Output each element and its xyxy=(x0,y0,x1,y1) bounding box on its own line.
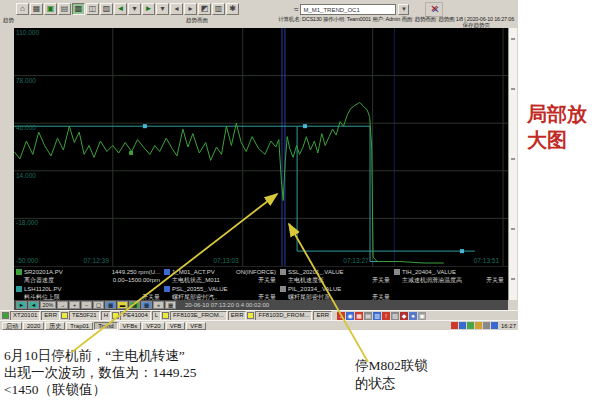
legend-column: 1_M01_ACT.PVON(INFORCE)主电机状态_M011开关量PSL_… xyxy=(164,268,276,301)
alarm-panel-icon[interactable]: ▦ xyxy=(355,312,363,320)
legend-item[interactable]: TIH_20404_.VALUE主减速机润滑油温度高开关量 xyxy=(394,268,504,284)
trend-legend: SR20201A.PV1449.250 rpm(U...离合器速度0.00~15… xyxy=(14,266,508,301)
taskbar-item-2020[interactable]: 2020 xyxy=(23,322,44,330)
speaker-icon[interactable]: ◉ xyxy=(346,312,354,320)
legend-item[interactable]: PIL_20334_.VALUE螺杆尾部密封蒸..开关量 xyxy=(280,285,390,301)
alarm-indicator xyxy=(112,312,119,319)
zoom-in-button[interactable]: + xyxy=(69,301,80,309)
alarm-summary-icon[interactable]: ▨ xyxy=(100,3,113,15)
alarm-status: ERR xyxy=(228,311,247,321)
tray-icon[interactable] xyxy=(475,322,482,329)
forward-arrow-icon[interactable]: ► xyxy=(142,3,155,15)
taskbar-item-Trap01[interactable]: Trap01 xyxy=(66,322,93,330)
gray-app-icon[interactable]: ▣ xyxy=(418,312,426,320)
forward-dropdown-icon[interactable]: ▾ xyxy=(156,3,169,15)
yellow-pane-button[interactable]: ▬ xyxy=(117,301,128,309)
print-icon[interactable]: ▥ xyxy=(212,3,225,15)
scrollbar-mark xyxy=(511,88,515,90)
home-icon[interactable]: ⌂ xyxy=(16,3,29,15)
annotation-note-right: 停M802联锁 的状态 xyxy=(355,357,495,393)
zoom-percent-button[interactable]: 20% xyxy=(40,301,56,309)
zoom-out-button[interactable]: − xyxy=(81,301,92,309)
legend-tag: LSH1120L.PV xyxy=(24,285,62,293)
legend-column: SR20201A.PV1449.250 rpm(U...离合器速度0.00~15… xyxy=(16,268,160,301)
back-dropdown-icon[interactable]: ▾ xyxy=(128,3,141,15)
legend-point-icon xyxy=(164,286,170,292)
more-button[interactable]: » xyxy=(153,301,164,309)
page-prev-icon[interactable]: ◂ xyxy=(170,3,183,15)
alarm-indicator xyxy=(61,312,68,319)
legend-tag: TIH_20404_.VALUE xyxy=(402,268,456,276)
operator-icon[interactable]: ▤ xyxy=(364,312,372,320)
grid-button[interactable]: ▦ xyxy=(165,301,176,309)
red-flag-icon[interactable]: ◆ xyxy=(400,312,408,320)
legend-item[interactable]: 1_M01_ACT.PVON(INFORCE)主电机状态_M011开关量 xyxy=(164,268,276,284)
y-axis-tick: 78.000 xyxy=(16,77,36,84)
alarm-tag[interactable]: FF8103D_FROM... xyxy=(255,311,312,321)
split-window-icon[interactable]: ◫ xyxy=(86,3,99,15)
series-marker xyxy=(129,151,133,155)
doc-icon[interactable]: ▧ xyxy=(391,312,399,320)
tray-icon[interactable] xyxy=(451,322,458,329)
tray-icon[interactable] xyxy=(459,322,466,329)
alarm-status: H xyxy=(101,311,111,321)
blue-app-icon[interactable]: ● xyxy=(409,312,417,320)
taskbar-item-历史[interactable]: 历史 xyxy=(45,322,65,330)
legend-point-icon xyxy=(16,269,22,275)
scrollbar-mark xyxy=(511,158,515,160)
trend-toolbar: ►◄20%→+−▢▦▬▦▦»▦20-06-10 07:13:20 0.4 00:… xyxy=(14,300,508,310)
legend-column: TIH_20404_.VALUE主减速机润滑油温度高开关量 xyxy=(394,268,504,285)
page-next-icon[interactable]: ▸ xyxy=(184,3,197,15)
alert-icon[interactable]: ! xyxy=(382,312,390,320)
tray-icon[interactable] xyxy=(491,322,498,329)
series-停M802联锁状态 xyxy=(297,126,475,251)
taskbar-item-VFBs[interactable]: VFBs xyxy=(119,322,142,330)
legend-item[interactable]: LSH1120L.PV料斗料位上限开关量 xyxy=(16,285,160,301)
back-arrow-icon[interactable]: ◄ xyxy=(114,3,127,15)
alarm-bell-icon[interactable]: ♪ xyxy=(337,312,345,320)
alarm-bar: XT20101ERRTE50F21HPE41004LFF8103E_FROM..… xyxy=(0,310,518,320)
legend-item[interactable]: SSL_20201_.VALUE主电机速度低开关量 xyxy=(280,268,390,284)
step-button[interactable]: → xyxy=(57,301,68,309)
pane-button[interactable]: ▢ xyxy=(93,301,104,309)
play-back-button[interactable]: ◄ xyxy=(28,301,39,309)
alarm-tag[interactable]: TE50F21 xyxy=(69,311,100,321)
taskbar-item-Trend[interactable]: Trend xyxy=(94,322,117,330)
trend-page-combobox[interactable]: M_M1_TREND_OC1 xyxy=(300,4,396,15)
taskbar: 启动2020历史Trap01TrendVFBsVF20VFBVFB 16:27 xyxy=(0,320,518,330)
blue-pane-button[interactable]: ▦ xyxy=(105,301,116,309)
taskbar-item-VF20[interactable]: VF20 xyxy=(142,322,164,330)
trend-chart[interactable]: 110.00078.00046.00014.000-18.000-50.0000… xyxy=(14,28,508,266)
alarm-tag[interactable]: PE41004 xyxy=(120,311,151,321)
trend-icon[interactable]: ▩ xyxy=(72,3,85,15)
refresh-icon[interactable]: ◩ xyxy=(198,3,211,15)
legend-column: SSL_20201_.VALUE主电机速度低开关量PIL_20334_.VALU… xyxy=(280,268,390,301)
legend-item[interactable]: SR20201A.PV1449.250 rpm(U...离合器速度0.00~15… xyxy=(16,268,160,284)
overview-icon[interactable]: ▦ xyxy=(30,3,43,15)
blue2-pane-button[interactable]: ▦ xyxy=(141,301,152,309)
scrollbar-mark xyxy=(511,228,515,230)
legend-point-icon xyxy=(280,286,286,292)
graphic-icon[interactable]: ▣ xyxy=(44,3,57,15)
tray-icon[interactable] xyxy=(483,322,490,329)
taskbar-item-VFB[interactable]: VFB xyxy=(166,322,186,330)
monitor-icon[interactable]: ▥ xyxy=(373,312,381,320)
tool-key-icon[interactable]: ✱ xyxy=(226,3,239,15)
chart-vertical-scrollbar[interactable] xyxy=(508,28,517,300)
taskbar-item-启动[interactable]: 启动 xyxy=(2,322,22,330)
annotation-note-left: 6月10日停机前，“主电机转速” 出现一次波动，数值为：1449.25 <145… xyxy=(4,347,304,398)
legend-item[interactable]: PSL_20355_.VALUE螺杆尾部密封汽..开关量 xyxy=(164,285,276,301)
legend-tag: PSL_20355_.VALUE xyxy=(172,285,228,293)
x-axis-tick: 07:12:39 xyxy=(83,257,109,264)
legend-tag: 1_M01_ACT.PV xyxy=(172,268,215,276)
alarm-tag[interactable]: XT20101 xyxy=(10,311,40,321)
combobox-dropdown-icon[interactable]: ▼ xyxy=(398,4,409,15)
tray-icon[interactable] xyxy=(467,322,474,329)
window-tile-icon[interactable]: ▤ xyxy=(58,3,71,15)
play-forward-button[interactable]: ► xyxy=(16,301,27,309)
alarm-indicator xyxy=(2,312,9,319)
green-pane-button[interactable]: ▦ xyxy=(129,301,140,309)
alarm-tag[interactable]: FF8103E_FROM... xyxy=(170,311,227,321)
taskbar-item-VFB[interactable]: VFB xyxy=(186,322,206,330)
alarm-indicator xyxy=(247,312,254,319)
